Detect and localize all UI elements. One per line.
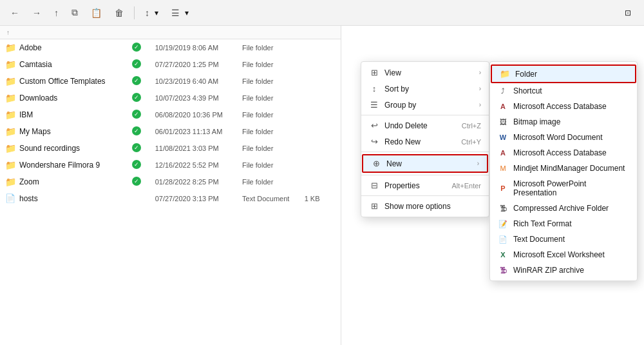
folder-icon: 📁 [5, 110, 15, 120]
sub-ppt-icon: P [498, 184, 508, 192]
ctx-properties[interactable]: ⊟PropertiesAlt+Enter [361, 177, 489, 193]
status-badge [132, 110, 141, 119]
table-row[interactable]: 📁My Maps06/01/2023 11:13 AMFile folder [0, 123, 341, 140]
back-button[interactable]: ← [5, 5, 24, 21]
sub-compressed[interactable]: 🗜Compressed Archive Folder [490, 201, 637, 216]
status-badge [132, 43, 141, 52]
file-name: My Maps [19, 127, 118, 136]
file-type: File folder [242, 144, 305, 152]
sub-ppt-label: Microsoft PowerPoint Presentation [513, 179, 629, 197]
ctx-properties-label: Properties [384, 181, 446, 190]
sub-rtf-label: Rich Text Format [513, 219, 571, 228]
details-button[interactable]: ⊡ [620, 6, 639, 20]
more-button[interactable] [196, 10, 207, 15]
sub-bitmap[interactable]: 🖼Bitmap image [490, 114, 637, 130]
sub-txt[interactable]: 📄Text Document [490, 232, 637, 247]
status-badge [132, 177, 141, 186]
status-badge [132, 160, 141, 169]
table-row[interactable]: 📁Downloads10/07/2023 4:39 PMFile folder [0, 90, 341, 106]
up-button[interactable]: ↑ [49, 5, 64, 21]
ctx-view[interactable]: ⊞View› [361, 64, 489, 81]
up-icon: ↑ [54, 8, 59, 18]
sub-shortcut[interactable]: ⤴Shortcut [490, 83, 637, 99]
sub-access-1[interactable]: AMicrosoft Access Database [490, 99, 637, 114]
ctx-group-by-arrow: › [479, 101, 481, 108]
menu-divider [361, 175, 489, 175]
table-row[interactable]: 📁Zoom01/28/2022 8:25 PMFile folder [0, 173, 341, 190]
file-name: hosts [19, 194, 118, 203]
table-row[interactable]: 📁IBM06/08/2020 10:36 PMFile folder [0, 106, 341, 123]
forward-icon: → [32, 8, 41, 18]
copy-button[interactable]: ⧉ [66, 5, 83, 21]
table-row[interactable]: 📁Wondershare Filmora 912/16/2022 5:52 PM… [0, 157, 341, 173]
folder-icon: 📁 [5, 76, 15, 86]
sub-winrar[interactable]: 🗜WinRAR ZIP archive [490, 262, 637, 278]
ctx-new-label: New [386, 159, 472, 168]
sub-folder-icon: 📁 [500, 69, 510, 79]
menu-divider [361, 195, 489, 196]
file-icon: 📄 [5, 193, 15, 204]
status-badge [132, 76, 141, 85]
details-icon: ⊡ [625, 8, 631, 17]
ctx-more-options[interactable]: ⊞Show more options [361, 198, 489, 214]
table-row[interactable]: 📁Custom Office Templates10/23/2019 6:40 … [0, 73, 341, 90]
sub-excel-label: Microsoft Excel Worksheet [513, 250, 605, 259]
file-type: File folder [242, 178, 305, 186]
table-row[interactable]: 📁Camtasia07/27/2020 1:25 PMFile folder [0, 56, 341, 73]
file-date: 07/27/2020 1:25 PM [155, 61, 242, 68]
file-name: IBM [19, 110, 118, 119]
status-badge [132, 143, 141, 152]
sub-folder[interactable]: 📁Folder [491, 64, 636, 83]
sub-word-icon: W [498, 133, 508, 141]
file-date: 11/08/2021 3:03 PM [155, 144, 242, 152]
file-name: Adobe [19, 43, 118, 52]
paste-button[interactable]: 📋 [86, 5, 107, 21]
ctx-group-by[interactable]: ☰Group by› [361, 97, 489, 113]
sub-folder-label: Folder [515, 70, 537, 79]
folder-icon: 📁 [5, 59, 15, 70]
folder-icon: 📁 [5, 177, 15, 187]
file-type: File folder [242, 61, 305, 68]
view-button[interactable]: ☰ ▾ [166, 5, 194, 21]
forward-button[interactable]: → [27, 5, 46, 21]
file-name: Zoom [19, 177, 118, 186]
ctx-view-arrow: › [479, 69, 481, 76]
file-size: 1 KB [305, 195, 336, 202]
ctx-redo[interactable]: ↪Redo NewCtrl+Y [361, 133, 489, 150]
context-menu[interactable]: ⊞View›↕Sort by›☰Group by›↩Undo DeleteCtr… [361, 61, 489, 217]
ctx-undo-shortcut: Ctrl+Z [462, 122, 481, 130]
sub-word[interactable]: WMicrosoft Word Document [490, 130, 637, 145]
file-name: Wondershare Filmora 9 [19, 161, 118, 170]
table-row[interactable]: 📁Sound recordings11/08/2021 3:03 PMFile … [0, 140, 341, 157]
sub-rtf[interactable]: 📝Rich Text Format [490, 216, 637, 232]
col-name-header[interactable]: ↑ [5, 28, 117, 36]
ctx-new[interactable]: ⊕New› [362, 154, 488, 173]
sub-excel[interactable]: XMicrosoft Excel Worksheet [490, 247, 637, 262]
sub-access-2[interactable]: AMicrosoft Access Database [490, 145, 637, 161]
folder-icon: 📁 [5, 43, 15, 53]
file-name: Camtasia [19, 60, 118, 69]
submenu[interactable]: 📁Folder⤴ShortcutAMicrosoft Access Databa… [489, 61, 638, 281]
folder-icon: 📁 [5, 126, 15, 137]
sub-ppt[interactable]: PMicrosoft PowerPoint Presentation [490, 176, 637, 201]
copy-icon: ⧉ [71, 7, 78, 18]
ctx-sort-by[interactable]: ↕Sort by› [361, 81, 489, 97]
ctx-undo[interactable]: ↩Undo DeleteCtrl+Z [361, 117, 489, 133]
sort-button[interactable]: ↕ ▾ [140, 5, 164, 21]
file-list[interactable]: ↑ 📁Adobe10/19/2019 8:06 AMFile folder📁Ca… [0, 26, 341, 345]
sub-shortcut-icon: ⤴ [498, 87, 508, 95]
ctx-view-icon: ⊞ [369, 68, 379, 77]
file-type: File folder [242, 94, 305, 102]
table-row[interactable]: 📁Adobe10/19/2019 8:06 AMFile folder [0, 39, 341, 56]
table-row[interactable]: 📄hosts07/27/2020 3:13 PMText Document1 K… [0, 190, 341, 207]
delete-button[interactable]: 🗑 [109, 5, 129, 21]
file-type: File folder [242, 77, 305, 85]
ctx-group-by-icon: ☰ [369, 100, 379, 110]
sub-compressed-icon: 🗜 [498, 204, 508, 212]
ctx-properties-shortcut: Alt+Enter [451, 182, 481, 190]
file-date: 06/08/2020 10:36 PM [155, 111, 242, 119]
sub-mindjet[interactable]: MMindjet MindManager Document [490, 161, 637, 176]
sub-winrar-label: WinRAR ZIP archive [513, 266, 584, 275]
menu-divider [361, 115, 489, 115]
sub-bitmap-icon: 🖼 [498, 118, 508, 126]
